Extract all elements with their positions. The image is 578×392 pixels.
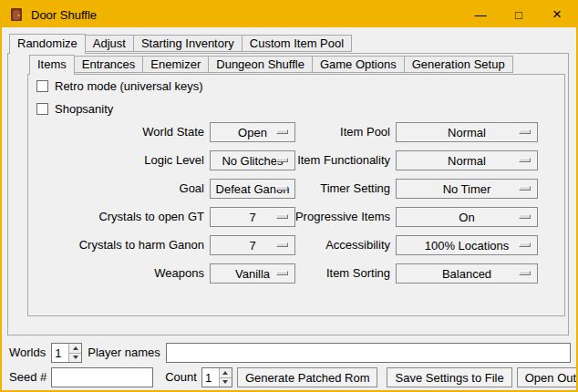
titlebar[interactable]: Door Shuffle — □ ×: [2, 2, 576, 27]
timer-setting-label: Timer Setting: [275, 179, 390, 199]
logic-level-label: Logic Level: [29, 150, 204, 170]
goal-label: Goal: [29, 179, 204, 199]
seed-label: Seed #: [9, 367, 46, 387]
maximize-button[interactable]: □: [500, 2, 538, 27]
count-spin-arrows: [219, 368, 232, 387]
retro-mode-label: Retro mode (universal keys): [55, 79, 203, 93]
worlds-spin-arrows: [68, 344, 81, 362]
logic-level-value: No Glitches: [222, 154, 283, 168]
spin-down-button[interactable]: [220, 377, 232, 387]
worlds-row: Worlds Player names: [9, 343, 571, 363]
player-names-label: Player names: [88, 343, 160, 363]
item-functionality-value: Normal: [448, 154, 486, 168]
outer-tab-bar: Randomize Adjust Starting Inventory Cust…: [9, 34, 351, 54]
dropdown-indicator-icon: [519, 129, 531, 134]
app-icon[interactable]: [9, 7, 24, 22]
minimize-button[interactable]: —: [461, 2, 500, 27]
dropdown-indicator-icon: [519, 158, 531, 162]
spin-down-button[interactable]: [69, 353, 81, 363]
shopsanity-checkbox[interactable]: [36, 103, 48, 115]
arrow-down-icon: [222, 380, 228, 384]
item-pool-value: Normal: [448, 126, 486, 139]
window-title: Door Shuffle: [31, 8, 97, 22]
generate-row: Seed # Count Generate Patched Rom Save S…: [9, 367, 571, 387]
item-pool-dropdown[interactable]: Normal: [396, 122, 538, 142]
accessibility-dropdown[interactable]: 100% Locations: [396, 235, 538, 255]
arrow-up-icon: [222, 371, 228, 375]
tab-enemizer[interactable]: Enemizer: [142, 56, 209, 73]
item-sorting-dropdown[interactable]: Balanced: [396, 263, 538, 284]
accessibility-value: 100% Locations: [425, 239, 510, 253]
tab-custom-item-pool[interactable]: Custom Item Pool: [242, 35, 352, 52]
item-sorting-label: Item Sorting: [275, 263, 390, 284]
options-right-column: Item Pool Normal Item Functionality Norm…: [275, 122, 538, 284]
item-sorting-value: Balanced: [442, 267, 491, 281]
count-spinbox[interactable]: [201, 367, 232, 387]
worlds-label: Worlds: [9, 343, 46, 363]
item-functionality-dropdown[interactable]: Normal: [396, 150, 538, 170]
progressive-items-label: Progressive Items: [275, 207, 390, 227]
dropdown-indicator-icon: [519, 186, 531, 191]
retro-mode-checkbox[interactable]: [36, 80, 48, 92]
tab-adjust[interactable]: Adjust: [85, 35, 134, 52]
accessibility-label: Accessibility: [275, 235, 390, 255]
timer-setting-dropdown[interactable]: No Timer: [396, 179, 538, 199]
tab-randomize[interactable]: Randomize: [9, 34, 86, 54]
generate-patched-rom-button[interactable]: Generate Patched Rom: [237, 367, 378, 387]
open-output-directory-button[interactable]: Open Output Directory: [517, 367, 578, 387]
tab-generation-setup[interactable]: Generation Setup: [404, 56, 513, 73]
item-functionality-label: Item Functionality: [275, 150, 390, 170]
progressive-items-value: On: [459, 211, 474, 224]
crystals-harm-ganon-value: 7: [249, 239, 255, 253]
tab-starting-inventory[interactable]: Starting Inventory: [133, 35, 243, 52]
dropdown-indicator-icon: [519, 271, 531, 275]
timer-setting-value: No Timer: [443, 182, 491, 196]
maximize-icon: □: [515, 8, 522, 22]
dropdown-indicator-icon: [519, 242, 531, 247]
count-label: Count: [165, 367, 197, 387]
count-input[interactable]: [202, 368, 219, 387]
tab-game-options[interactable]: Game Options: [312, 56, 405, 73]
spin-up-button[interactable]: [220, 368, 232, 377]
minimize-icon: —: [475, 8, 487, 22]
progressive-items-dropdown[interactable]: On: [396, 207, 538, 227]
window-controls: — □ ×: [461, 2, 576, 27]
player-names-input[interactable]: [166, 343, 571, 363]
weapons-value: Vanilla: [235, 267, 270, 281]
item-pool-label: Item Pool: [275, 122, 390, 142]
arrow-up-icon: [73, 346, 78, 350]
world-state-value: Open: [238, 126, 267, 139]
crystals-open-gt-value: 7: [249, 211, 255, 224]
door-shuffle-window: Door Shuffle — □ × Randomize Adjust Star…: [0, 0, 578, 392]
shopsanity-label: Shopsanity: [55, 102, 113, 116]
tab-items[interactable]: Items: [29, 55, 75, 75]
worlds-input[interactable]: [52, 344, 68, 362]
arrow-down-icon: [73, 356, 78, 359]
retro-mode-checkbox-row[interactable]: Retro mode (universal keys): [36, 79, 203, 92]
dropdown-indicator-icon: [519, 214, 531, 219]
crystals-open-gt-label: Crystals to open GT: [29, 207, 204, 227]
spin-up-button[interactable]: [69, 344, 81, 353]
close-button[interactable]: ×: [538, 2, 576, 27]
inner-tab-bar: Items Entrances Enemizer Dungeon Shuffle…: [29, 55, 512, 75]
options-left-column: World State Open Logic Level No Glitches…: [29, 122, 295, 284]
shopsanity-checkbox-row[interactable]: Shopsanity: [36, 102, 113, 115]
crystals-harm-ganon-label: Crystals to harm Ganon: [29, 235, 204, 255]
save-settings-button[interactable]: Save Settings to File: [387, 367, 511, 387]
tab-entrances[interactable]: Entrances: [74, 56, 144, 73]
worlds-spinbox[interactable]: [51, 343, 82, 363]
seed-input[interactable]: [51, 367, 153, 387]
close-icon: ×: [552, 5, 562, 24]
tab-dungeon-shuffle[interactable]: Dungeon Shuffle: [208, 56, 313, 73]
weapons-label: Weapons: [29, 263, 204, 284]
world-state-label: World State: [29, 122, 204, 142]
